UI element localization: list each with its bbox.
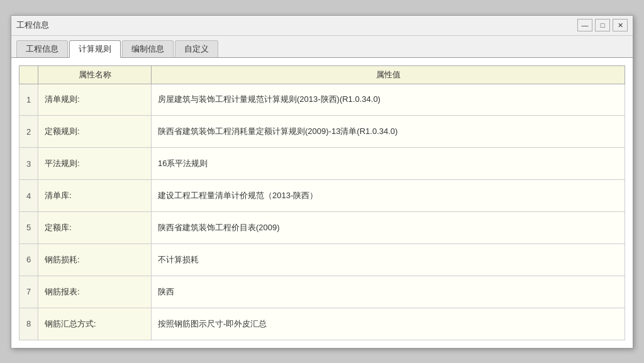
property-value: 不计算损耗	[152, 243, 625, 276]
tab-custom[interactable]: 自定义	[175, 40, 218, 57]
row-number: 7	[19, 276, 38, 308]
title-bar: 工程信息 — □ ✕	[11, 16, 633, 36]
row-number: 1	[19, 84, 38, 116]
window-title: 工程信息	[16, 20, 49, 31]
property-value: 房屋建筑与装饰工程计量规范计算规则(2013-陕西)(R1.0.34.0)	[152, 84, 625, 116]
property-name: 定额规则:	[38, 116, 152, 148]
table-row[interactable]: 5定额库:陕西省建筑装饰工程价目表(2009)	[19, 212, 625, 244]
tab-bar: 工程信息 计算规则 编制信息 自定义	[11, 36, 633, 58]
main-window: 工程信息 — □ ✕ 工程信息 计算规则 编制信息 自定义 属性名称 属性值 1…	[11, 15, 633, 349]
row-number: 6	[19, 243, 38, 276]
property-value: 按照钢筋图示尺寸-即外皮汇总	[152, 308, 625, 340]
table-row[interactable]: 2定额规则:陕西省建筑装饰工程消耗量定额计算规则(2009)-13清单(R1.0…	[19, 116, 625, 148]
tab-edit-info[interactable]: 编制信息	[122, 40, 174, 57]
property-name: 钢筋报表:	[38, 276, 152, 308]
col-header-value: 属性值	[152, 65, 625, 84]
property-name: 平法规则:	[38, 148, 152, 180]
minimize-button[interactable]: —	[577, 19, 592, 31]
property-name: 清单库:	[38, 180, 152, 212]
row-number: 8	[19, 308, 38, 340]
row-number: 2	[19, 116, 38, 148]
row-number: 4	[19, 180, 38, 212]
maximize-button[interactable]: □	[595, 19, 610, 31]
table-row[interactable]: 8钢筋汇总方式:按照钢筋图示尺寸-即外皮汇总	[19, 308, 625, 340]
property-value: 陕西省建筑装饰工程价目表(2009)	[152, 212, 625, 244]
tab-project-info[interactable]: 工程信息	[16, 40, 68, 57]
table-row[interactable]: 3平法规则:16系平法规则	[19, 148, 625, 180]
property-value: 16系平法规则	[152, 148, 625, 180]
col-header-name: 属性名称	[38, 65, 152, 84]
property-value: 建设工程工程量清单计价规范（2013-陕西）	[152, 180, 625, 212]
window-controls: — □ ✕	[577, 19, 628, 31]
property-name: 定额库:	[38, 212, 152, 244]
property-name: 钢筋损耗:	[38, 243, 152, 276]
property-value: 陕西	[152, 276, 625, 308]
properties-table: 属性名称 属性值 1清单规则:房屋建筑与装饰工程计量规范计算规则(2013-陕西…	[19, 65, 625, 340]
content-area: 属性名称 属性值 1清单规则:房屋建筑与装饰工程计量规范计算规则(2013-陕西…	[11, 58, 633, 348]
table-row[interactable]: 6钢筋损耗:不计算损耗	[19, 243, 625, 276]
table-row[interactable]: 4清单库:建设工程工程量清单计价规范（2013-陕西）	[19, 180, 625, 212]
row-number: 5	[19, 212, 38, 244]
tab-calc-rules[interactable]: 计算规则	[69, 40, 121, 58]
property-value: 陕西省建筑装饰工程消耗量定额计算规则(2009)-13清单(R1.0.34.0)	[152, 116, 625, 148]
table-row[interactable]: 1清单规则:房屋建筑与装饰工程计量规范计算规则(2013-陕西)(R1.0.34…	[19, 84, 625, 116]
row-number: 3	[19, 148, 38, 180]
property-name: 清单规则:	[38, 84, 152, 116]
table-row[interactable]: 7钢筋报表:陕西	[19, 276, 625, 308]
col-header-num	[19, 65, 38, 84]
property-name: 钢筋汇总方式:	[38, 308, 152, 340]
close-button[interactable]: ✕	[613, 19, 628, 31]
